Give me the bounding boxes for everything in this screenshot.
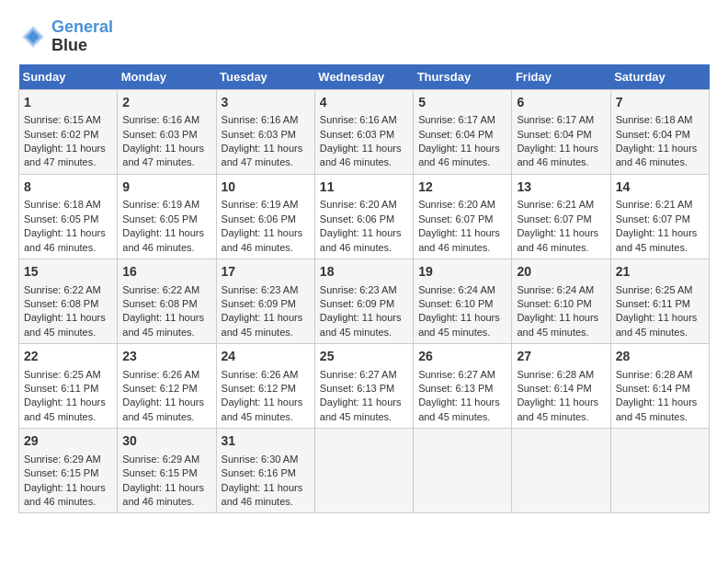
day-number: 9 <box>122 178 210 197</box>
day-header-sunday: Sunday <box>19 64 118 90</box>
logo-icon <box>18 22 48 52</box>
sunrise: Sunrise: 6:16 AM <box>320 114 397 125</box>
sunset: Sunset: 6:03 PM <box>122 129 197 140</box>
sunrise: Sunrise: 6:27 AM <box>320 369 397 380</box>
calendar-cell: 12Sunrise: 6:20 AMSunset: 6:07 PMDayligh… <box>414 174 512 259</box>
calendar-cell: 5Sunrise: 6:17 AMSunset: 6:04 PMDaylight… <box>414 89 512 174</box>
daylight: Daylight: 11 hours and 47 minutes. <box>24 143 106 167</box>
sunrise: Sunrise: 6:29 AM <box>122 454 199 465</box>
daylight: Daylight: 11 hours and 45 minutes. <box>320 396 402 421</box>
calendar-week-2: 8Sunrise: 6:18 AMSunset: 6:05 PMDaylight… <box>19 174 710 259</box>
day-number: 5 <box>418 94 506 112</box>
sunset: Sunset: 6:15 PM <box>24 467 98 478</box>
calendar-cell: 19Sunrise: 6:24 AMSunset: 6:10 PMDayligh… <box>414 259 512 343</box>
day-number: 20 <box>517 263 605 282</box>
daylight: Daylight: 11 hours and 45 minutes. <box>616 396 698 421</box>
sunset: Sunset: 6:02 PM <box>24 129 98 140</box>
daylight: Daylight: 11 hours and 45 minutes. <box>24 396 106 421</box>
sunset: Sunset: 6:10 PM <box>517 298 591 309</box>
day-number: 28 <box>616 348 704 366</box>
sunset: Sunset: 6:12 PM <box>122 383 197 394</box>
calendar-cell: 31Sunrise: 6:30 AMSunset: 6:16 PMDayligh… <box>216 429 314 513</box>
sunrise: Sunrise: 6:18 AM <box>616 114 693 125</box>
day-header-tuesday: Tuesday <box>216 64 314 90</box>
sunset: Sunset: 6:05 PM <box>24 213 98 224</box>
daylight: Daylight: 11 hours and 46 minutes. <box>122 227 204 252</box>
sunrise: Sunrise: 6:28 AM <box>517 369 594 380</box>
sunrise: Sunrise: 6:19 AM <box>122 199 199 210</box>
sunrise: Sunrise: 6:27 AM <box>418 369 495 380</box>
sunrise: Sunrise: 6:17 AM <box>517 114 594 125</box>
day-header-saturday: Saturday <box>610 64 709 90</box>
calendar-week-3: 15Sunrise: 6:22 AMSunset: 6:08 PMDayligh… <box>19 259 710 343</box>
day-number: 10 <box>222 178 310 197</box>
calendar-header-row: SundayMondayTuesdayWednesdayThursdayFrid… <box>19 64 710 90</box>
daylight: Daylight: 11 hours and 45 minutes. <box>222 396 303 421</box>
daylight: Daylight: 11 hours and 46 minutes. <box>616 143 698 167</box>
calendar-cell <box>512 429 610 513</box>
day-number: 22 <box>24 348 112 366</box>
calendar-cell: 10Sunrise: 6:19 AMSunset: 6:06 PMDayligh… <box>216 174 314 259</box>
day-number: 8 <box>24 178 112 197</box>
day-number: 11 <box>320 178 408 197</box>
daylight: Daylight: 11 hours and 45 minutes. <box>616 312 698 337</box>
sunrise: Sunrise: 6:29 AM <box>24 454 101 465</box>
day-number: 6 <box>517 94 605 112</box>
sunset: Sunset: 6:13 PM <box>320 383 394 394</box>
sunrise: Sunrise: 6:16 AM <box>222 114 299 125</box>
sunrise: Sunrise: 6:23 AM <box>222 284 299 295</box>
day-header-thursday: Thursday <box>414 64 512 90</box>
calendar-cell: 29Sunrise: 6:29 AMSunset: 6:15 PMDayligh… <box>19 429 118 513</box>
daylight: Daylight: 11 hours and 46 minutes. <box>222 227 303 252</box>
sunset: Sunset: 6:04 PM <box>517 129 591 140</box>
calendar-cell: 26Sunrise: 6:27 AMSunset: 6:13 PMDayligh… <box>414 344 512 429</box>
sunrise: Sunrise: 6:21 AM <box>517 199 594 210</box>
calendar-cell <box>314 429 413 513</box>
daylight: Daylight: 11 hours and 46 minutes. <box>24 227 106 252</box>
calendar-cell: 24Sunrise: 6:26 AMSunset: 6:12 PMDayligh… <box>216 344 314 429</box>
sunset: Sunset: 6:14 PM <box>616 383 690 394</box>
calendar-cell: 18Sunrise: 6:23 AMSunset: 6:09 PMDayligh… <box>314 259 413 343</box>
day-number: 15 <box>24 263 112 282</box>
calendar-cell <box>610 429 709 513</box>
sunset: Sunset: 6:08 PM <box>122 298 197 309</box>
calendar-week-1: 1Sunrise: 6:15 AMSunset: 6:02 PMDaylight… <box>19 89 710 174</box>
calendar-cell: 15Sunrise: 6:22 AMSunset: 6:08 PMDayligh… <box>19 259 118 343</box>
day-number: 18 <box>320 263 408 282</box>
logo-text: General Blue <box>51 18 113 55</box>
day-number: 4 <box>320 94 408 112</box>
calendar-cell <box>414 429 512 513</box>
calendar-cell: 17Sunrise: 6:23 AMSunset: 6:09 PMDayligh… <box>216 259 314 343</box>
sunset: Sunset: 6:04 PM <box>616 129 690 140</box>
sunrise: Sunrise: 6:30 AM <box>222 454 299 465</box>
day-number: 12 <box>418 178 506 197</box>
daylight: Daylight: 11 hours and 46 minutes. <box>122 482 204 507</box>
sunrise: Sunrise: 6:24 AM <box>418 284 495 295</box>
daylight: Daylight: 11 hours and 45 minutes. <box>517 312 598 337</box>
calendar-cell: 23Sunrise: 6:26 AMSunset: 6:12 PMDayligh… <box>118 344 216 429</box>
daylight: Daylight: 11 hours and 45 minutes. <box>320 312 402 337</box>
daylight: Daylight: 11 hours and 47 minutes. <box>122 143 204 167</box>
calendar-week-5: 29Sunrise: 6:29 AMSunset: 6:15 PMDayligh… <box>19 429 710 513</box>
calendar-cell: 20Sunrise: 6:24 AMSunset: 6:10 PMDayligh… <box>512 259 610 343</box>
day-number: 3 <box>222 94 310 112</box>
calendar-cell: 1Sunrise: 6:15 AMSunset: 6:02 PMDaylight… <box>19 89 118 174</box>
sunrise: Sunrise: 6:22 AM <box>122 284 199 295</box>
daylight: Daylight: 11 hours and 46 minutes. <box>320 227 402 252</box>
sunrise: Sunrise: 6:26 AM <box>222 369 299 380</box>
calendar-cell: 9Sunrise: 6:19 AMSunset: 6:05 PMDaylight… <box>118 174 216 259</box>
page-header: General Blue <box>18 18 710 55</box>
logo: General Blue <box>18 18 113 55</box>
calendar-cell: 16Sunrise: 6:22 AMSunset: 6:08 PMDayligh… <box>118 259 216 343</box>
calendar-cell: 21Sunrise: 6:25 AMSunset: 6:11 PMDayligh… <box>610 259 709 343</box>
day-number: 1 <box>24 94 112 112</box>
day-number: 7 <box>616 94 704 112</box>
day-number: 29 <box>24 432 112 451</box>
daylight: Daylight: 11 hours and 45 minutes. <box>616 227 698 252</box>
daylight: Daylight: 11 hours and 45 minutes. <box>24 312 106 337</box>
sunrise: Sunrise: 6:24 AM <box>517 284 594 295</box>
sunset: Sunset: 6:11 PM <box>616 298 690 309</box>
daylight: Daylight: 11 hours and 46 minutes. <box>320 143 402 167</box>
daylight: Daylight: 11 hours and 46 minutes. <box>418 227 500 252</box>
day-number: 30 <box>122 432 210 451</box>
